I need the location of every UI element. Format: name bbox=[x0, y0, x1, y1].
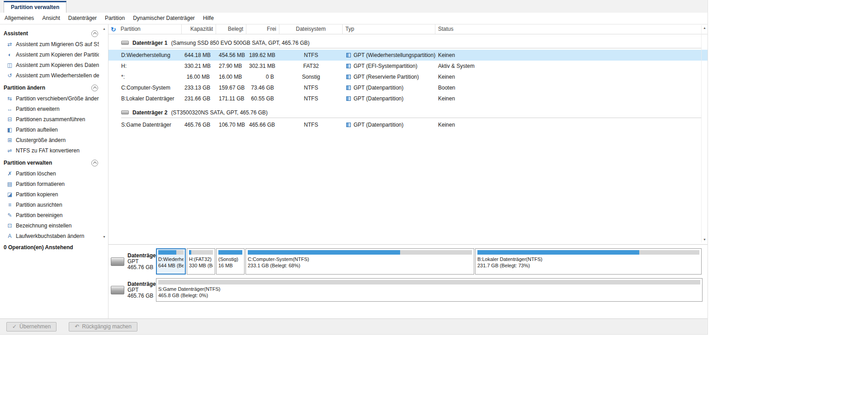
undo-button[interactable]: ↶ Rückgängig machen bbox=[69, 322, 137, 332]
sidebar-item[interactable]: ⊞Clustergröße ändern bbox=[0, 135, 99, 145]
cell-typ-label: GPT (EFI-Systempartition) bbox=[354, 61, 417, 71]
sidebar-item[interactable]: ◫Assistent zum Kopieren des Datenträgers bbox=[0, 60, 99, 70]
sidebar-item[interactable]: ◧Partition aufteilen bbox=[0, 124, 99, 135]
disk-map-partition-block[interactable]: H:(FAT32)330 MB (Bele bbox=[187, 248, 215, 275]
cell-dateisystem: NTFS bbox=[279, 119, 343, 130]
sidebar-item[interactable]: ◐Assistent zum Kopieren der Partition bbox=[0, 49, 99, 60]
cluster-size-icon: ⊞ bbox=[6, 137, 13, 143]
section-header: Partition ändern bbox=[0, 82, 99, 93]
menu-item-partition[interactable]: Partition bbox=[101, 13, 129, 24]
cell-typ: GPT (EFI-Systempartition) bbox=[343, 61, 435, 71]
menu-item-allgemeines[interactable]: Allgemeines bbox=[0, 13, 38, 24]
cell-partition: B:Lokaler Datenträger bbox=[108, 93, 182, 104]
sidebar-item[interactable]: ⇄Assistent zum Migrieren OS auf SSD/HD bbox=[0, 39, 99, 49]
undo-icon: ↶ bbox=[75, 323, 79, 330]
sidebar-item[interactable]: ↺Assistent zum Wiederherstellen der Part… bbox=[0, 70, 99, 81]
cell-typ-label: GPT (Reservierte Partition) bbox=[354, 71, 419, 82]
sidebar-item[interactable]: ◪Partition kopieren bbox=[0, 189, 99, 199]
disk-map-partition-block[interactable]: B:Lokaler Datenträger(NTFS)231.7 GB (Bel… bbox=[475, 248, 702, 275]
table-scrollbar[interactable]: ▲ ▼ bbox=[701, 25, 708, 242]
partition-table: Datenträger 1(Samsung SSD 850 EVO 500GB … bbox=[108, 38, 708, 130]
column-header-frei[interactable]: Frei bbox=[246, 24, 279, 34]
tab-partition-verwalten[interactable]: Partition verwalten bbox=[4, 1, 66, 13]
block-size: 16 MB bbox=[218, 262, 242, 269]
collapse-section-button[interactable] bbox=[91, 160, 98, 166]
sidebar-item[interactable]: ⇌NTFS zu FAT konvertieren bbox=[0, 145, 99, 156]
block-name: (Sonstig) bbox=[218, 256, 242, 262]
sidebar-item[interactable]: ALaufwerkbuchstaben ändern bbox=[0, 231, 99, 241]
usage-bar bbox=[158, 250, 184, 255]
partition-row[interactable]: H:330.21 MB27.90 MB302.31 MBFAT32GPT (EF… bbox=[108, 61, 708, 71]
menu-item-ansicht[interactable]: Ansicht bbox=[38, 13, 64, 24]
cell-belegt: 454.56 MB bbox=[216, 50, 246, 61]
sidebar-item-label: NTFS zu FAT konvertieren bbox=[16, 147, 80, 154]
cell-belegt: 159.67 GB bbox=[216, 82, 246, 93]
block-name: H:(FAT32) bbox=[189, 256, 213, 262]
table-header: ↻PartitionKapazitätBelegtFreiDateisystem… bbox=[108, 24, 708, 34]
chevron-up-icon bbox=[93, 32, 96, 36]
menu-item-dynamischer-datentr-ger[interactable]: Dynamischer Datenträger bbox=[129, 13, 199, 24]
cell-dateisystem: NTFS bbox=[279, 50, 343, 61]
sidebar-item[interactable]: ▤Partition formatieren bbox=[0, 179, 99, 189]
column-header-dateisystem[interactable]: Dateisystem bbox=[279, 24, 343, 34]
sidebar-scrollbar[interactable]: ▲ ▼ bbox=[101, 26, 107, 240]
sidebar-item[interactable]: ✎Partition bereinigen bbox=[0, 210, 99, 220]
column-header-belegt[interactable]: Belegt bbox=[216, 24, 246, 34]
collapse-section-button[interactable] bbox=[91, 85, 98, 91]
apply-button[interactable]: ✓ Übernehmen bbox=[6, 322, 57, 332]
scroll-down-icon[interactable]: ▼ bbox=[101, 234, 107, 240]
collapse-section-button[interactable] bbox=[91, 30, 98, 37]
column-header-kapazit-t[interactable]: Kapazität bbox=[182, 24, 216, 34]
section-header: Partition verwalten bbox=[0, 157, 99, 168]
disk-map-partition-block[interactable]: D:Wiederhers644 MB (Bele bbox=[156, 248, 186, 275]
sidebar-item-label: Clustergröße ändern bbox=[16, 137, 66, 143]
column-header-typ[interactable]: Typ bbox=[343, 24, 435, 34]
disk-map-partition-block[interactable]: C:Computer-System(NTFS)233.1 GB (Belegt:… bbox=[245, 248, 474, 275]
scroll-down-icon[interactable]: ▼ bbox=[702, 237, 708, 242]
usage-bar bbox=[218, 250, 242, 255]
sidebar-item[interactable]: ↔Partition erweitern bbox=[0, 104, 99, 114]
disk-map-partition-block[interactable]: (Sonstig)16 MB bbox=[216, 248, 245, 275]
column-header-status[interactable]: Status bbox=[435, 24, 701, 34]
refresh-icon[interactable]: ↻ bbox=[111, 26, 116, 33]
sidebar-item[interactable]: ⊡Bezeichnung einstellen bbox=[0, 220, 99, 231]
disk-map-blocks: D:Wiederhers644 MB (BeleH:(FAT32)330 MB … bbox=[156, 248, 703, 275]
partition-row[interactable]: B:Lokaler Datenträger231.66 GB171.11 GB6… bbox=[108, 93, 708, 104]
disk-map-partition-block[interactable]: S:Game Datenträger(NTFS)465.8 GB (Belegt… bbox=[156, 278, 703, 302]
menu-item-datentr-ger[interactable]: Datenträger bbox=[64, 13, 101, 24]
menu-item-hilfe[interactable]: Hilfe bbox=[199, 13, 218, 24]
cell-typ-label: GPT (Datenpartition) bbox=[354, 93, 404, 104]
sidebar-item[interactable]: ≡Partition ausrichten bbox=[0, 199, 99, 210]
section-header: Assistent bbox=[0, 28, 99, 39]
sidebar-item-label: Partition löschen bbox=[16, 171, 56, 177]
cell-kapazitaet: 16.00 MB bbox=[182, 71, 216, 82]
partition-row[interactable]: D:Wiederherstellung644.18 MB454.56 MB189… bbox=[108, 50, 708, 61]
sidebar-item[interactable]: ⇆Partition verschieben/Größe ändern bbox=[0, 93, 99, 104]
column-header-partition[interactable]: ↻Partition bbox=[108, 24, 182, 34]
sidebar-item-label: Assistent zum Migrieren OS auf SSD/HD bbox=[16, 41, 99, 47]
partition-row[interactable]: C:Computer-System233.13 GB159.67 GB73.46… bbox=[108, 82, 708, 93]
partition-type-icon bbox=[346, 75, 351, 79]
partition-row[interactable]: *:16.00 MB16.00 MB0 BSonstigGPT (Reservi… bbox=[108, 71, 708, 82]
scroll-up-icon[interactable]: ▲ bbox=[702, 25, 708, 31]
partition-row[interactable]: S:Game Datenträger465.76 GB106.70 MB465.… bbox=[108, 119, 708, 130]
scroll-up-icon[interactable]: ▲ bbox=[101, 26, 107, 32]
migrate-os-icon: ⇄ bbox=[6, 41, 13, 47]
sidebar-item[interactable]: ⊟Partitionen zusammenführen bbox=[0, 114, 99, 124]
disk-description: (Samsung SSD 850 EVO 500GB SATA, GPT, 46… bbox=[171, 40, 309, 46]
convert-ntfs-fat-icon: ⇌ bbox=[6, 147, 13, 154]
partition-type-icon bbox=[346, 85, 351, 90]
partition-type-icon bbox=[346, 96, 351, 101]
main-panel: ↻PartitionKapazitätBelegtFreiDateisystem… bbox=[108, 24, 708, 319]
sidebar-item-label: Partition verschieben/Größe ändern bbox=[16, 95, 99, 102]
sidebar-item[interactable]: ✗Partition löschen bbox=[0, 168, 99, 179]
block-size: 231.7 GB (Belegt: 73%) bbox=[477, 262, 699, 269]
disk-map: Datenträger:1GPT465.76 GBD:Wiederhers644… bbox=[108, 244, 708, 319]
chevron-up-icon bbox=[93, 86, 96, 90]
block-size: 644 MB (Bele bbox=[158, 262, 184, 269]
cell-typ-label: GPT (Wiederherstellungspartition) bbox=[354, 50, 435, 61]
disk-name: Datenträger 2 bbox=[132, 109, 167, 116]
cell-belegt: 106.70 MB bbox=[216, 119, 246, 130]
pending-operations-status: 0 Operation(en) Anstehend bbox=[0, 244, 108, 251]
sidebar-item-label: Bezeichnung einstellen bbox=[16, 223, 71, 229]
